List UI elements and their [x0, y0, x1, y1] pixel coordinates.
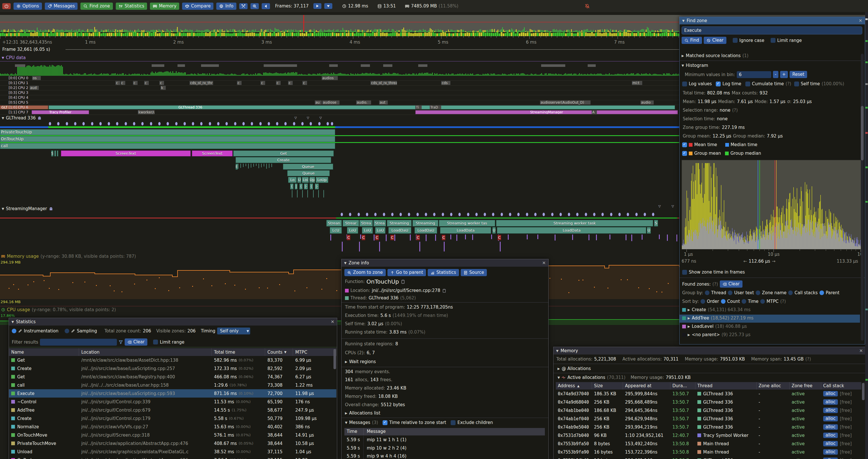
thread-header-streamingmanager[interactable]: ▼StreamingManager: [2, 206, 53, 211]
zone-bar[interactable]: ScreenText: [61, 151, 191, 157]
table-row[interactable]: 0x74a9d68040256 KB295,668,489ns13:50.7GL…: [556, 398, 861, 406]
found-zone-row[interactable]: ▶<no parent>(9) 225.73 µs: [680, 331, 860, 339]
search-input[interactable]: Execute: [682, 26, 862, 34]
minus-button[interactable]: -: [773, 71, 778, 78]
frame-down-button[interactable]: [324, 3, 332, 9]
message-row[interactable]: 5.59 smip 11 w 1 h 1 (1): [344, 436, 545, 444]
group-mean-checkbox[interactable]: [682, 151, 687, 156]
statistics-titlebar[interactable]: ▼Statistics✕: [9, 318, 337, 326]
table-row[interactable]: 0x7553b9fbf016 bytes296,661,146ns13:50.7…: [556, 456, 861, 459]
table-row[interactable]: 0x74a9d37040186.35 KB295,999,844ns13:50.…: [556, 390, 861, 398]
cpu-data-header[interactable]: ▼CPU data: [2, 55, 26, 60]
column-header-dura---[interactable]: Dura...: [671, 382, 695, 390]
cpu-thread-bar[interactable]: Tracy Profiler: [32, 110, 89, 114]
cumulate-checkbox[interactable]: [745, 81, 750, 87]
toolbar-button-power[interactable]: [2, 3, 11, 9]
table-row[interactable]: Createjni/../jni/src/claw/base/LuaScript…: [9, 364, 336, 372]
alloc-button[interactable]: alloc: [823, 407, 838, 413]
table-row[interactable]: PrivateTouchMovejni/../jni/src/claw/appl…: [9, 439, 336, 448]
notifications-muted-button[interactable]: [585, 4, 590, 9]
zone-bar-streaming-task[interactable]: Streaming: [412, 220, 438, 227]
sort-by-time[interactable]: [742, 299, 746, 304]
toolbar-button-go-back[interactable]: [262, 3, 270, 9]
allocations-list-row[interactable]: ▶Allocations list: [345, 411, 380, 416]
button-statistics[interactable]: Statistics: [428, 269, 459, 276]
memory-usage-plot-header[interactable]: Memory usage(y-range: 30.88 KB, visible …: [1, 254, 136, 259]
zone-bar-loaddata[interactable]: U: [647, 227, 651, 234]
limit-range-checkbox[interactable]: [771, 38, 776, 43]
table-row[interactable]: ~Controljni/../jni/src/guif/Control.cpp:…: [9, 398, 336, 406]
found-zone-row[interactable]: ▶AddTree(18,542) 227.19 ms: [680, 315, 860, 323]
message-row[interactable]: 5.59 smip 9 w 4 h 4 (16): [344, 452, 545, 459]
zone-bar-c[interactable]: C: [347, 235, 350, 240]
group-by-zone-name[interactable]: [756, 291, 760, 295]
alloc-button[interactable]: alloc: [823, 458, 838, 459]
zone-bar-c[interactable]: C: [416, 235, 420, 240]
zone-bar[interactable]: Create: [236, 157, 331, 163]
play-button[interactable]: [313, 3, 321, 9]
column-header-location[interactable]: Location: [79, 348, 212, 356]
group-by-parent[interactable]: [819, 291, 824, 295]
zone-bar-c[interactable]: C: [375, 235, 379, 240]
message-row[interactable]: 5.59 smip 10 w 2 h 2 (4): [344, 445, 545, 452]
statistics-scrollbar[interactable]: [334, 349, 336, 369]
mean-time-checkbox[interactable]: [682, 142, 687, 147]
close-icon[interactable]: ✕: [859, 18, 862, 23]
zone-bar[interactable]: (: [290, 184, 293, 190]
zone-bar-call[interactable]: call: [0, 143, 335, 149]
toolbar-button-statistics[interactable]: Statistics: [116, 3, 147, 10]
log-time-checkbox[interactable]: [716, 81, 721, 87]
zone-bar[interactable]: E: [236, 164, 238, 170]
log-values-checkbox[interactable]: [682, 81, 687, 87]
close-icon[interactable]: ✕: [859, 348, 863, 353]
alloc-button[interactable]: alloc: [823, 441, 838, 446]
zone-bar-PrivateTouchUp[interactable]: PrivateTouchUp: [0, 129, 335, 135]
table-row[interactable]: Normalizejni/../jni/src/claw/vfs/Vfs.cpp…: [9, 423, 336, 431]
toolbar-button-options[interactable]: Options: [13, 3, 42, 10]
sort-by-order[interactable]: [701, 299, 705, 304]
find-zone-scrolltrack[interactable]: [861, 54, 864, 341]
group-by-thread[interactable]: [705, 291, 709, 295]
active-allocations-row[interactable]: ▼Active allocations(70,311)Memory usage:…: [558, 375, 691, 380]
table-row[interactable]: Unloadjni/../jni/src/claw/graphics/pixel…: [9, 448, 336, 456]
button-go-to-parent[interactable]: Go to parent: [388, 269, 426, 276]
zone-bar-streaming-task[interactable]: Strear: [343, 220, 359, 227]
zone-bar-loaddata[interactable]: LoadDaU: [414, 227, 437, 234]
table-row[interactable]: 0x7531d7b04096 KB1:10 234,952,16112:40.7…: [556, 431, 861, 439]
thread-header-glthread[interactable]: ▼GLThread 336: [2, 116, 42, 121]
table-row[interactable]: Executejni/../jni/src/claw/base/LuaScrip…: [9, 389, 336, 398]
matched-row[interactable]: ▶Matched source locations(1): [682, 53, 748, 58]
zone-bar-loaddata[interactable]: LoU: [347, 227, 358, 234]
column-header-call-stack[interactable]: Call stack: [821, 382, 864, 390]
found-zone-row[interactable]: ▶Create(54,131) 643.34 ms: [680, 306, 860, 314]
reset-button[interactable]: Reset: [789, 71, 807, 78]
zone-bar-streaming-task[interactable]: Strea: [373, 220, 386, 227]
zone-bar-OnTouchUp[interactable]: OnTouchUp: [0, 136, 335, 142]
zone-bar[interactable]: ScreenText: [192, 151, 232, 157]
alloc-button[interactable]: alloc: [823, 391, 838, 396]
column-header-mtpc[interactable]: MTPC: [293, 348, 336, 356]
memory-titlebar[interactable]: ▼Memory✕: [554, 347, 865, 355]
toolbar-button-zoom-plus[interactable]: [250, 3, 259, 9]
zone-bar-c[interactable]: C: [362, 235, 365, 240]
zone-bar[interactable]: (: [310, 184, 313, 190]
find-button[interactable]: Find: [682, 37, 702, 44]
timing-dropdown[interactable]: Self only▼: [217, 328, 250, 334]
column-header-zone-free[interactable]: Zone free: [789, 382, 821, 390]
exclude-children-checkbox[interactable]: [451, 420, 456, 425]
zone-bar-streaming-task[interactable]: Strean: [326, 220, 342, 227]
wait-regions-row[interactable]: ▶Wait regions: [345, 359, 376, 364]
button-source[interactable]: Source: [461, 269, 487, 276]
sort-by-mtpc[interactable]: [760, 299, 765, 304]
zone-bar[interactable]: Loi: [302, 177, 309, 183]
group-by-user-text[interactable]: [728, 291, 733, 295]
alloc-button[interactable]: alloc: [823, 449, 838, 455]
zone-bar-c[interactable]: C: [442, 235, 445, 240]
zone-bar[interactable]: Lo: [288, 177, 297, 183]
column-header-counts[interactable]: Counts▼: [265, 348, 293, 356]
zone-bar-loaddata[interactable]: LoU: [375, 227, 385, 234]
column-header-zone-alloc[interactable]: Zone alloc: [756, 382, 789, 390]
zone-bar-streaming-task[interactable]: Streaming: [387, 220, 412, 227]
ignore-case-checkbox[interactable]: [733, 38, 738, 43]
clear-button[interactable]: Clear: [125, 338, 147, 346]
